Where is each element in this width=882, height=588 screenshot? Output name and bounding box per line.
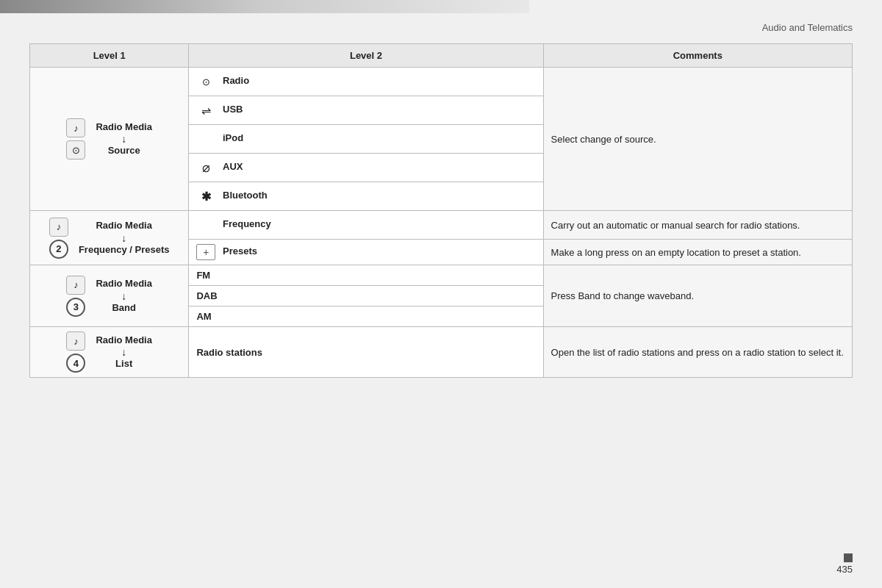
col-comments: Comments: [543, 44, 852, 68]
level1-source-label: Radio Media ↓ Source: [96, 121, 152, 157]
level2-presets-cell: + Presets: [189, 240, 543, 265]
level1-freq-cell: ♪ 2 Radio Media ↓ Frequency / Presets: [30, 211, 189, 265]
music-note4-icon: ♪: [66, 331, 85, 351]
comments-list-text: Open the list of radio stations and pres…: [551, 347, 844, 358]
page-content: Level 1 Level 2 Comments ♪ ⊙ Radio Media: [0, 36, 882, 392]
aux-icon: ⌀: [196, 158, 215, 177]
frequency-label: Frequency: [223, 218, 271, 229]
comments-band-cell: Press Band to change waveband.: [543, 265, 852, 327]
level2-aux-cell: ⌀ AUX: [189, 154, 543, 182]
table-row: ♪ ⊙ Radio Media ↓ Source ⊙ Radio: [30, 68, 853, 96]
level1-freq-icons: ♪ 2: [49, 218, 68, 259]
bluetooth-icon: ✱: [196, 187, 215, 206]
level2-usb-cell: ⇌ USB: [189, 96, 543, 125]
radio-icon: ⊙: [66, 140, 85, 159]
level1-band-label: Radio Media ↓ Band: [96, 277, 152, 314]
presets-label: Presets: [223, 245, 257, 257]
level1-band-cell: ♪ 3 Radio Media ↓ Band: [30, 265, 189, 327]
level2-radiostations-cell: Radio stations: [189, 327, 543, 378]
col-level1: Level 1: [30, 44, 189, 68]
header-title: Audio and Telematics: [762, 22, 853, 33]
page-number: 435: [836, 564, 853, 575]
comments-freq-cell: Carry out an automatic or manual search …: [543, 211, 852, 240]
dab-label: DAB: [196, 290, 217, 301]
comments-list-cell: Open the list of radio stations and pres…: [543, 327, 852, 378]
bluetooth-label: Bluetooth: [223, 190, 268, 201]
arrow-down3-icon: ↓: [121, 291, 126, 301]
level1-list-label: Radio Media ↓ List: [96, 334, 152, 370]
level2-fm-cell: FM: [189, 265, 543, 286]
arrow-down4-icon: ↓: [121, 347, 126, 357]
comments-source-text: Select change of source.: [551, 134, 656, 145]
ipod-label: iPod: [223, 132, 243, 143]
level2-radio-cell: ⊙ Radio: [189, 68, 543, 96]
music-note2-icon: ♪: [49, 218, 68, 237]
main-table: Level 1 Level 2 Comments ♪ ⊙ Radio Media: [29, 43, 853, 378]
level1-band-icons: ♪ 3: [66, 276, 85, 317]
level1-list-cell: ♪ 4 Radio Media ↓ List: [30, 327, 189, 378]
comments-presets-text: Make a long press on an empty location t…: [551, 247, 801, 258]
col-level2: Level 2: [189, 44, 543, 68]
table-row: ♪ 2 Radio Media ↓ Frequency / Presets X …: [30, 211, 853, 240]
page-square: [844, 553, 853, 562]
header-area: Audio and Telematics: [0, 13, 882, 36]
level2-dab-cell: DAB: [189, 286, 543, 306]
number2-box: 2: [49, 240, 68, 259]
table-row: ♪ 3 Radio Media ↓ Band FM Press Band t: [30, 265, 853, 286]
fm-label: FM: [196, 270, 210, 281]
number3-box: 3: [66, 298, 85, 317]
level1-source-icons: ♪ ⊙: [66, 118, 85, 159]
level2-am-cell: AM: [189, 306, 543, 327]
radiostations-label: Radio stations: [196, 347, 262, 358]
footnote-area: 435: [836, 553, 853, 575]
top-bar: [0, 0, 529, 13]
music-note3-icon: ♪: [66, 276, 85, 295]
comments-presets-cell: Make a long press on an empty location t…: [543, 240, 852, 265]
level2-frequency-cell: X Frequency: [189, 211, 543, 240]
level1-source-cell: ♪ ⊙ Radio Media ↓ Source: [30, 68, 189, 211]
comments-freq-text: Carry out an automatic or manual search …: [551, 220, 800, 231]
usb-label: USB: [223, 104, 243, 115]
usb-icon: ⇌: [196, 101, 215, 120]
arrow-down-icon: ↓: [121, 134, 126, 144]
comments-source-cell: Select change of source.: [543, 68, 852, 211]
table-row: ♪ 4 Radio Media ↓ List Radio stations: [30, 327, 853, 378]
aux-label: AUX: [223, 161, 243, 172]
radio-label: Radio: [223, 75, 249, 86]
preset-box-icon: +: [196, 244, 215, 260]
level2-bluetooth-cell: ✱ Bluetooth: [189, 182, 543, 211]
level2-ipod-cell: ⇌ iPod: [189, 125, 543, 154]
level1-freq-label: Radio Media ↓ Frequency / Presets: [79, 219, 170, 256]
number4-box: 4: [66, 354, 85, 373]
am-label: AM: [196, 311, 211, 322]
comments-band-text: Press Band to change waveband.: [551, 290, 694, 301]
radio-circle-icon: ⊙: [196, 72, 215, 91]
music-note-icon: ♪: [66, 118, 85, 137]
level1-list-icons: ♪ 4: [66, 331, 85, 373]
arrow-down2-icon: ↓: [121, 233, 126, 243]
